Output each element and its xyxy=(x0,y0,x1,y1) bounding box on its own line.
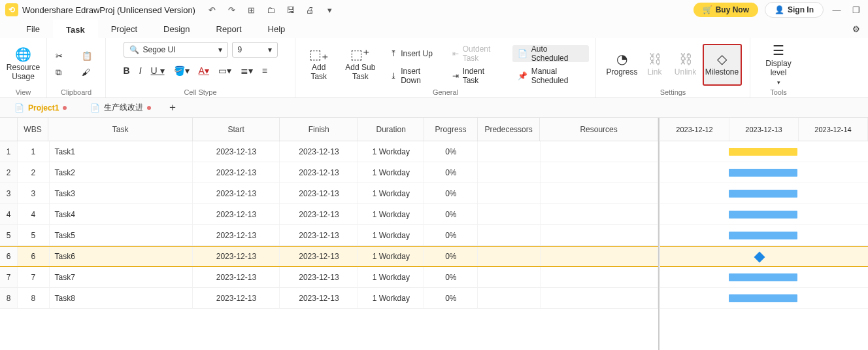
header-start[interactable]: Start xyxy=(193,118,280,141)
cell-task[interactable]: Task5 xyxy=(50,225,193,245)
cell-progress[interactable]: 0% xyxy=(424,225,478,245)
cell-resources[interactable] xyxy=(541,288,658,308)
font-color-button[interactable]: A▾ xyxy=(199,65,209,76)
cell-duration[interactable]: 1 Workday xyxy=(358,288,424,308)
row-index[interactable]: 7 xyxy=(0,267,18,287)
gantt-bar[interactable] xyxy=(729,211,797,219)
cell-start[interactable]: 2023-12-13 xyxy=(193,267,280,287)
cell-finish[interactable]: 2023-12-13 xyxy=(280,162,358,183)
gantt-row[interactable] xyxy=(660,183,868,204)
cell-duration[interactable]: 1 Workday xyxy=(358,204,424,224)
gantt-bar[interactable] xyxy=(729,190,797,198)
undo-icon[interactable]: ↶ xyxy=(207,5,218,15)
cell-progress[interactable]: 0% xyxy=(424,162,478,183)
row-index[interactable]: 2 xyxy=(0,162,18,183)
row-index[interactable]: 1 xyxy=(0,141,18,162)
gantt-day[interactable]: 2023-12-14 xyxy=(799,118,868,141)
cell-start[interactable]: 2023-12-13 xyxy=(193,225,280,245)
cell-progress[interactable]: 0% xyxy=(424,247,478,266)
table-row[interactable]: 88Task82023-12-132023-12-131 Workday0% xyxy=(0,288,658,309)
cell-task[interactable]: Task6 xyxy=(50,247,193,266)
header-predecessors[interactable]: Predecessors xyxy=(478,118,540,141)
cell-resources[interactable] xyxy=(541,247,658,266)
sign-in-button[interactable]: 👤 Sign In xyxy=(765,2,824,18)
table-row[interactable]: 22Task22023-12-132023-12-131 Workday0% xyxy=(0,162,658,183)
paste-icon[interactable]: 📋 xyxy=(82,51,97,61)
menu-report[interactable]: Report xyxy=(203,20,255,38)
cell-duration[interactable]: 1 Workday xyxy=(358,141,424,162)
menu-task[interactable]: Task xyxy=(53,20,98,38)
gantt-row[interactable] xyxy=(660,141,868,162)
outdent-task-button[interactable]: ⇤Outdent Task xyxy=(447,45,505,62)
print-icon[interactable]: 🖨 xyxy=(305,5,316,15)
cell-duration[interactable]: 1 Workday xyxy=(358,225,424,245)
cell-resources[interactable] xyxy=(541,162,658,183)
cell-wbs[interactable]: 6 xyxy=(18,247,49,266)
header-finish[interactable]: Finish xyxy=(280,118,358,141)
cell-start[interactable]: 2023-12-13 xyxy=(193,141,280,162)
header-task[interactable]: Task xyxy=(48,118,193,141)
table-row[interactable]: 44Task42023-12-132023-12-131 Workday0% xyxy=(0,204,658,225)
copy-icon[interactable]: ⧉ xyxy=(56,67,71,78)
gantt-bar[interactable] xyxy=(729,232,797,239)
row-index[interactable]: 3 xyxy=(0,183,18,203)
underline-button[interactable]: U ▾ xyxy=(151,65,165,76)
line-spacing-button[interactable]: ≣▾ xyxy=(241,65,253,76)
resource-usage-button[interactable]: 🌐 Resource Usage xyxy=(4,44,43,86)
cell-task[interactable]: Task3 xyxy=(50,183,193,203)
new-icon[interactable]: ⊞ xyxy=(246,5,257,15)
cell-duration[interactable]: 1 Workday xyxy=(358,247,424,266)
cell-finish[interactable]: 2023-12-13 xyxy=(280,141,358,162)
display-level-button[interactable]: ☰ Display level ▾ xyxy=(758,44,799,86)
gantt-row[interactable] xyxy=(660,162,868,183)
gantt-bar[interactable] xyxy=(729,273,797,281)
cell-wbs[interactable]: 5 xyxy=(18,225,49,245)
progress-button[interactable]: ◔ Progress xyxy=(605,44,640,86)
header-duration[interactable]: Duration xyxy=(358,118,424,141)
font-size-select[interactable]: 9 ▾ xyxy=(232,42,278,58)
cell-predecessors[interactable] xyxy=(478,162,540,183)
menu-design[interactable]: Design xyxy=(150,20,203,38)
cell-finish[interactable]: 2023-12-13 xyxy=(280,183,358,203)
auto-scheduled-button[interactable]: 📄Auto Scheduled xyxy=(512,45,589,62)
insert-down-button[interactable]: ⤓Insert Down xyxy=(385,67,439,84)
insert-up-button[interactable]: ⤒Insert Up xyxy=(385,45,439,62)
menu-file[interactable]: File xyxy=(13,20,53,38)
cell-wbs[interactable]: 3 xyxy=(18,183,49,203)
cell-progress[interactable]: 0% xyxy=(424,204,478,224)
cell-predecessors[interactable] xyxy=(478,183,540,203)
cell-resources[interactable] xyxy=(541,267,658,287)
gantt-row[interactable] xyxy=(660,267,868,288)
milestone-marker[interactable] xyxy=(754,252,765,263)
cell-progress[interactable]: 0% xyxy=(424,141,478,162)
save-icon[interactable]: 🖫 xyxy=(286,5,296,15)
cell-progress[interactable]: 0% xyxy=(424,267,478,287)
open-icon[interactable]: 🗀 xyxy=(266,5,276,15)
bold-button[interactable]: B xyxy=(124,65,130,76)
cell-start[interactable]: 2023-12-13 xyxy=(193,204,280,224)
italic-button[interactable]: I xyxy=(139,65,142,76)
cell-finish[interactable]: 2023-12-13 xyxy=(280,247,358,266)
redo-icon[interactable]: ↷ xyxy=(227,5,237,15)
corner-cell[interactable] xyxy=(0,118,18,141)
cell-duration[interactable]: 1 Workday xyxy=(358,183,424,203)
border-button[interactable]: ▭▾ xyxy=(218,65,231,76)
cell-predecessors[interactable] xyxy=(478,267,540,287)
minimize-button[interactable]: — xyxy=(830,5,843,15)
cell-predecessors[interactable] xyxy=(478,247,540,266)
link-button[interactable]: ⛓ Link xyxy=(641,44,669,86)
cell-task[interactable]: Task1 xyxy=(50,141,193,162)
cell-resources[interactable] xyxy=(541,225,658,245)
row-index[interactable]: 6 xyxy=(0,247,18,266)
table-row[interactable]: 55Task52023-12-132023-12-131 Workday0% xyxy=(0,225,658,246)
add-sub-task-button[interactable]: ⬚⁺ Add Sub Task xyxy=(344,44,378,86)
cell-task[interactable]: Task7 xyxy=(50,267,193,287)
cell-resources[interactable] xyxy=(541,204,658,224)
cell-finish[interactable]: 2023-12-13 xyxy=(280,267,358,287)
cell-task[interactable]: Task2 xyxy=(50,162,193,183)
cell-start[interactable]: 2023-12-13 xyxy=(193,162,280,183)
doctab-project1[interactable]: 📄 Project1 xyxy=(3,98,78,118)
qat-dropdown-icon[interactable]: ▾ xyxy=(325,5,335,15)
cell-finish[interactable]: 2023-12-13 xyxy=(280,288,358,308)
cell-resources[interactable] xyxy=(541,141,658,162)
